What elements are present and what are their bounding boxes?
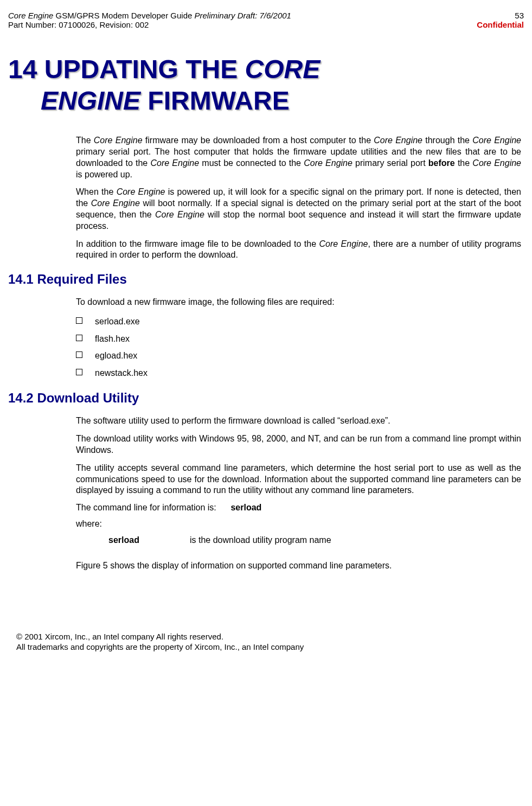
intro-para-2: When the Core Engine is powered up, it w… (8, 187, 524, 232)
header-part-number: Part Number: 07100026, Revision: 002 (8, 20, 291, 29)
title-part2: CORE (245, 55, 321, 84)
required-files-intro: To download a new firmware image, the fo… (8, 297, 524, 308)
copyright-line-2: All trademarks and copyrights are the pr… (16, 642, 524, 653)
download-para-3: The utility accepts several command line… (8, 463, 524, 496)
list-item: serload.exe (76, 315, 524, 329)
serload-definition: serloadis the download utility program n… (8, 535, 524, 545)
confidential-label: Confidential (477, 20, 524, 29)
list-item: newstack.hex (76, 366, 524, 380)
title-part4: FIRMWARE (140, 86, 290, 115)
page-footer: © 2001 Xircom, Inc., an Intel company Al… (8, 631, 524, 653)
required-files-list: serload.exe flash.hex egload.hex newstac… (8, 315, 524, 380)
title-part3: ENGINE (41, 86, 140, 115)
intro-para-3: In addition to the firmware image file t… (8, 239, 524, 261)
list-item: flash.hex (76, 332, 524, 346)
intro-para-1: The Core Engine firmware may be download… (8, 135, 524, 180)
header-right: 53 Confidential (477, 11, 524, 29)
command-value: serload (230, 503, 261, 512)
section-heading-download-utility: 14.2 Download Utility (8, 391, 524, 406)
page-number: 53 (477, 11, 524, 20)
section-heading-required-files: 14.1 Required Files (8, 272, 524, 287)
figure-reference: Figure 5 shows the display of informatio… (8, 560, 524, 572)
command-line-info: The command line for information is: ser… (8, 503, 524, 513)
page-header: Core Engine GSM/GPRS Modem Developer Gui… (8, 11, 524, 29)
download-para-2: The download utility works with Windows … (8, 433, 524, 456)
list-item: egload.hex (76, 349, 524, 363)
header-left: Core Engine GSM/GPRS Modem Developer Gui… (8, 11, 291, 29)
download-para-1: The software utility used to perform the… (8, 415, 524, 427)
title-part1: 14 UPDATING THE (8, 55, 245, 84)
header-product-italic: Core Engine (8, 11, 53, 20)
serload-term: serload (108, 535, 190, 545)
serload-desc: is the download utility program name (190, 535, 331, 545)
where-label: where: (8, 519, 524, 529)
header-draft: Preliminary Draft: 7/6/2001 (195, 11, 291, 20)
header-product-rest: GSM/GPRS Modem Developer Guide (53, 11, 194, 20)
header-product-line: Core Engine GSM/GPRS Modem Developer Gui… (8, 11, 291, 20)
command-label: The command line for information is: (76, 503, 216, 512)
copyright-line-1: © 2001 Xircom, Inc., an Intel company Al… (16, 631, 524, 642)
main-title: 14 UPDATING THE CORE ENGINE FIRMWARE (8, 54, 524, 116)
